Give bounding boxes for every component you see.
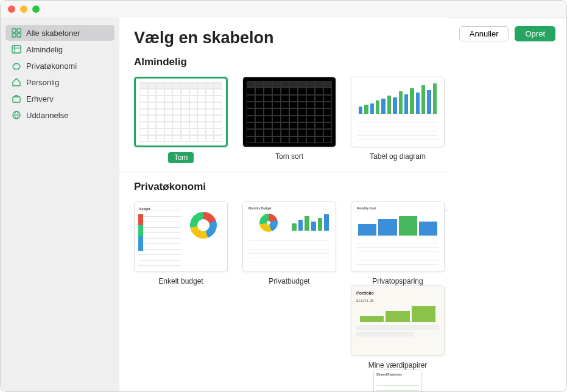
sidebar-item-basic[interactable]: Almindelig bbox=[5, 41, 114, 57]
template-label: Tom sort bbox=[275, 152, 303, 161]
template-table-chart[interactable]: Tabel og diagram bbox=[351, 77, 445, 163]
sidebar-item-label: Erhverv bbox=[26, 94, 54, 103]
template-label: Tom bbox=[168, 152, 194, 163]
svg-point-10 bbox=[14, 65, 15, 66]
svg-rect-3 bbox=[17, 33, 21, 37]
main-content: Vælg en skabelon Almindelig bbox=[119, 18, 448, 391]
sidebar-item-label: Privatøkonomi bbox=[26, 61, 77, 71]
footer: Annuller Opret bbox=[448, 18, 566, 49]
template-blank-dark[interactable]: Tom sort bbox=[242, 77, 336, 163]
sidebar-item-label: Personlig bbox=[26, 78, 59, 87]
template-blank[interactable]: Tom bbox=[134, 77, 228, 163]
svg-point-7 bbox=[13, 64, 20, 69]
sidebar-item-business[interactable]: Erhverv bbox=[5, 91, 114, 107]
sidebar-item-education[interactable]: Uddannelse bbox=[5, 107, 114, 123]
template-label: Mine værdipapirer bbox=[368, 361, 428, 369]
maximize-icon[interactable] bbox=[32, 5, 40, 13]
template-thumb-portfolio: Portfolio $11341.38 bbox=[351, 285, 445, 356]
template-monthly-budget[interactable]: Monthly Budget Privatbudget bbox=[242, 201, 336, 391]
globe-icon bbox=[12, 110, 21, 120]
template-thumb-table-chart bbox=[351, 77, 445, 147]
sidebar-item-personal[interactable]: Personlig bbox=[5, 74, 114, 90]
sidebar-item-personal-finance[interactable]: Privatøkonomi bbox=[5, 58, 114, 74]
svg-rect-11 bbox=[13, 97, 20, 102]
minimize-icon[interactable] bbox=[20, 5, 27, 13]
titlebar bbox=[1, 1, 566, 18]
svg-rect-2 bbox=[12, 33, 16, 37]
sidebar-item-all-templates[interactable]: Alle skabeloner bbox=[5, 25, 114, 41]
template-portfolio[interactable]: Portfolio $11341.38 Mine værdipapirer bbox=[351, 285, 445, 369]
template-row-finance: Budget Enkelt budget Monthly Budget bbox=[134, 201, 448, 391]
template-shared-expenses[interactable]: Shared Expenses Delte udg bbox=[373, 369, 422, 391]
template-thumb-monthly-budget: Monthly Budget bbox=[242, 201, 336, 272]
cancel-button[interactable]: Annuller bbox=[459, 26, 509, 41]
page-title: Vælg en skabelon bbox=[134, 29, 448, 47]
template-simple-budget[interactable]: Budget Enkelt budget bbox=[134, 201, 228, 391]
template-label: Tabel og diagram bbox=[370, 152, 426, 161]
sidebar-item-label: Uddannelse bbox=[26, 111, 68, 120]
svg-rect-4 bbox=[12, 46, 21, 53]
template-label: Privatopsparing bbox=[372, 277, 423, 285]
template-monthly-goal[interactable]: Monthly Goal Privatopsparing Portfolio $… bbox=[351, 201, 445, 391]
template-thumb-blank bbox=[134, 77, 228, 147]
piggy-bank-icon bbox=[12, 61, 21, 71]
close-icon[interactable] bbox=[8, 5, 15, 13]
house-icon bbox=[12, 77, 21, 87]
svg-rect-0 bbox=[12, 29, 16, 32]
template-thumb-shared-expenses: Shared Expenses bbox=[373, 369, 422, 391]
grid-all-icon bbox=[12, 28, 21, 38]
sidebar-item-label: Almindelig bbox=[26, 45, 63, 54]
template-thumb-simple-budget: Budget bbox=[134, 201, 228, 272]
briefcase-icon bbox=[12, 94, 21, 103]
template-thumb-blank-dark bbox=[242, 77, 336, 147]
section-title-basic: Almindelig bbox=[134, 56, 448, 68]
sidebar: Alle skabeloner Almindelig Privatøkonomi… bbox=[1, 18, 119, 391]
svg-rect-1 bbox=[17, 29, 21, 32]
section-title-finance: Privatøkonomi bbox=[134, 181, 448, 193]
template-thumb-monthly-goal: Monthly Goal bbox=[351, 201, 445, 272]
create-button[interactable]: Opret bbox=[515, 26, 555, 41]
template-row-basic: Tom Tom sort bbox=[134, 77, 448, 163]
window-controls bbox=[8, 5, 40, 13]
spreadsheet-icon bbox=[12, 44, 21, 54]
sidebar-item-label: Alle skabeloner bbox=[26, 29, 80, 38]
template-label: Enkelt budget bbox=[158, 277, 203, 285]
template-label: Privatbudget bbox=[269, 277, 309, 285]
